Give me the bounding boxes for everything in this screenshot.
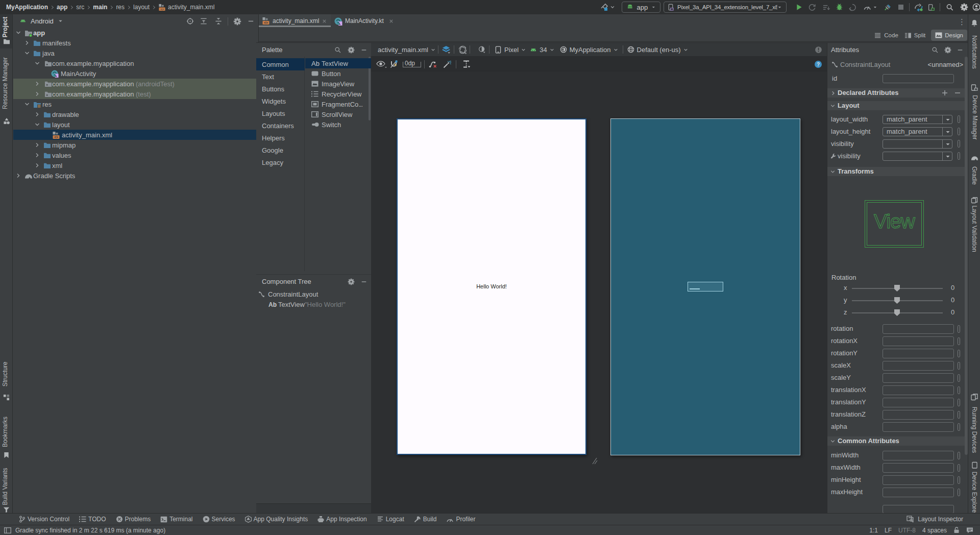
svg-text:<>: <> [160,7,164,10]
svg-text:<>: <> [54,135,58,139]
svg-text:<>: <> [264,21,268,25]
svg-text:?: ? [817,61,820,67]
